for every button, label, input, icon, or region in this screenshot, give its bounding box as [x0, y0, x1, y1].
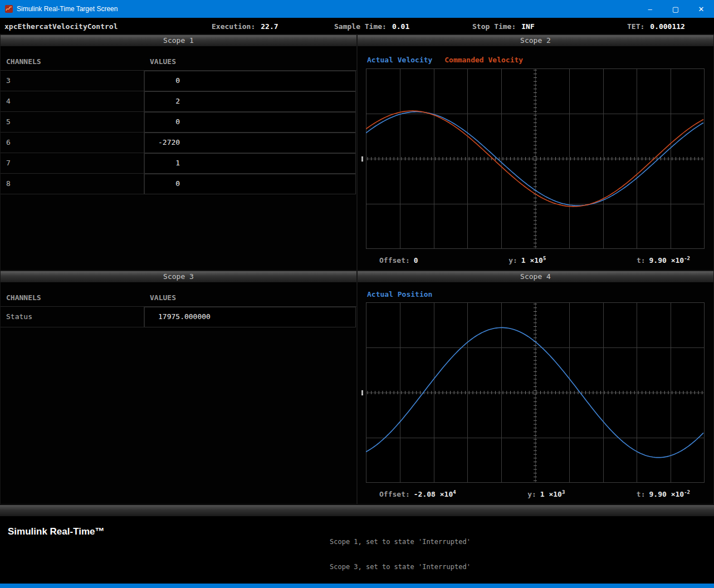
scope4-title: Scope 4: [358, 271, 713, 283]
log-line: Scope 1, set to state 'Interrupted': [330, 538, 608, 546]
y-scale-readout: y:1 ×103: [527, 489, 565, 498]
log-line: Scope 3, set to state 'Interrupted': [330, 563, 608, 571]
scope2-legend: Actual Velocity Commanded Velocity: [367, 56, 531, 64]
status-bar: xpcEthercatVelocityControl Execution:22.…: [0, 18, 714, 35]
stop-time-value: INF: [521, 22, 534, 31]
scope1-title: Scope 1: [1, 35, 356, 47]
simulink-realtime-wordmark: Simulink Real-Time™: [8, 526, 105, 537]
channel-value: 0: [144, 71, 356, 91]
scope3-rows: Status17975.000000: [1, 307, 356, 327]
scope3-panel: Scope 3 CHANNELS VALUES Status17975.0000…: [0, 271, 357, 504]
footer-gradient-bar: [0, 504, 714, 517]
console-log: Scope 1, set to state 'Interrupted' Scop…: [330, 521, 608, 588]
channel-value: 0: [144, 112, 356, 133]
channel-value: -2720: [144, 133, 356, 153]
scope1-table-header: CHANNELS VALUES: [1, 51, 356, 71]
channel-label: 7: [1, 153, 144, 174]
table-row: 7 1: [1, 153, 356, 174]
close-button[interactable]: ✕: [688, 0, 714, 18]
sample-time: Sample Time:0.01: [334, 22, 409, 31]
minimize-button[interactable]: –: [637, 0, 663, 18]
legend-actual-velocity: Actual Velocity: [367, 56, 432, 64]
window-controls: – ▢ ✕: [637, 0, 714, 18]
scope2-panel: Scope 2 Actual Velocity Commanded Veloci…: [357, 35, 714, 271]
titlebar[interactable]: Simulink Real-Time Target Screen – ▢ ✕: [0, 0, 714, 18]
execution-value: 22.7: [261, 22, 278, 31]
t-scale-readout: t:9.90 ×10-2: [637, 256, 690, 264]
t-scale-readout: t:9.90 ×10-2: [637, 489, 690, 498]
sample-time-label: Sample Time:: [334, 22, 387, 31]
table-row: 4 2: [1, 91, 356, 112]
scope4-footer: Offset:-2.08 ×104 y:1 ×103 t:9.90 ×10-2: [366, 489, 705, 498]
values-column-header: VALUES: [150, 293, 176, 302]
tet-value: 0.000112: [650, 22, 685, 31]
scope1-panel: Scope 1 CHANNELS VALUES 3 0 4 2 5 0 6-27…: [0, 35, 357, 271]
channel-value: 0: [144, 174, 356, 194]
table-row: 8 0: [1, 174, 356, 194]
channels-column-header: CHANNELS: [6, 57, 41, 66]
channel-label: 4: [1, 91, 144, 112]
scope2-plot: [366, 68, 705, 249]
channels-column-header: CHANNELS: [6, 293, 41, 302]
y-scale-readout: y:1 ×105: [508, 256, 546, 264]
window-title: Simulink Real-Time Target Screen: [17, 5, 118, 13]
channel-value: 2: [144, 91, 356, 112]
execution-time: Execution:22.7: [212, 22, 278, 31]
scope4-plot: [366, 302, 705, 483]
table-row: 3 0: [1, 71, 356, 91]
tet: TET:0.000112: [627, 22, 685, 31]
simulink-icon: [4, 4, 13, 13]
y-axis-zero-marker: [361, 156, 363, 161]
table-row: 5 0: [1, 112, 356, 133]
scope4-legend: Actual Position: [367, 290, 440, 298]
table-row: Status17975.000000: [1, 307, 356, 327]
stop-time: Stop Time:INF: [472, 22, 535, 31]
console-area: Simulink Real-Time™ Scope 1, set to stat…: [0, 517, 714, 584]
table-row: 6-2720: [1, 133, 356, 153]
stop-time-label: Stop Time:: [472, 22, 516, 31]
channel-label: 3: [1, 71, 144, 91]
legend-actual-position: Actual Position: [367, 290, 432, 298]
sample-time-value: 0.01: [392, 22, 409, 31]
model-name: xpcEthercatVelocityControl: [4, 22, 118, 31]
scope3-title: Scope 3: [1, 271, 356, 283]
scope4-panel: Scope 4 Actual Position Offset:-2.08 ×10…: [357, 271, 714, 504]
bottom-accent-bar: [0, 584, 714, 588]
execution-label: Execution:: [212, 22, 255, 31]
channel-label: 6: [1, 133, 144, 153]
scope3-table-header: CHANNELS VALUES: [1, 287, 356, 307]
channel-value: 1: [144, 153, 356, 174]
channel-value: 17975.000000: [144, 307, 356, 327]
tet-label: TET:: [627, 22, 644, 31]
scope2-footer: Offset:0 y:1 ×105 t:9.90 ×10-2: [366, 256, 705, 264]
y-axis-zero-marker: [361, 390, 363, 395]
offset-readout: Offset:0: [379, 256, 418, 264]
channel-label: 8: [1, 174, 144, 194]
maximize-button[interactable]: ▢: [663, 0, 688, 18]
legend-commanded-velocity: Commanded Velocity: [444, 56, 523, 64]
values-column-header: VALUES: [150, 57, 176, 66]
scope2-title: Scope 2: [358, 35, 713, 47]
scope1-rows: 3 0 4 2 5 0 6-2720 7 1 8 0: [1, 71, 356, 194]
channel-label: 5: [1, 112, 144, 133]
offset-readout: Offset:-2.08 ×104: [379, 489, 456, 498]
channel-label: Status: [1, 307, 144, 327]
